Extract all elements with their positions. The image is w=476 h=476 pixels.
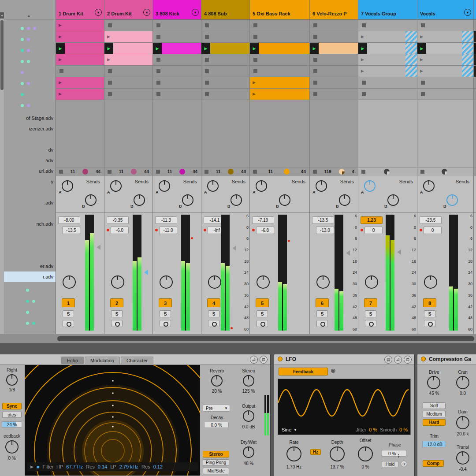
clip-slot[interactable]: ▶ (56, 89, 104, 100)
comp-medium-button[interactable]: Medium (423, 411, 446, 417)
send-a-knob[interactable] (159, 180, 170, 192)
lfo-rate-value[interactable]: 1.70 Hz (280, 465, 308, 469)
clip-slot[interactable] (250, 66, 309, 77)
clip-slot[interactable] (358, 89, 417, 100)
send-b-knob[interactable] (446, 194, 458, 206)
lfo-depth-value[interactable]: 13.7 % (324, 465, 351, 469)
gain-value[interactable]: -13.0 (316, 227, 334, 234)
browser-file-item[interactable]: y (4, 176, 56, 187)
send-b-knob[interactable] (182, 194, 193, 206)
comp-damp-value[interactable]: 20.0 k (450, 431, 476, 436)
clip-slot[interactable]: ▶ (56, 20, 104, 31)
clip-slot[interactable]: ▶ (417, 66, 473, 77)
echo-decay-value[interactable]: 0.0 % (204, 422, 229, 428)
track-header[interactable]: 7 Vocals Group (358, 0, 417, 20)
clip-slot[interactable] (417, 20, 473, 31)
browser-file-item[interactable]: r.adv (4, 271, 56, 282)
browser-file-item[interactable]: adv (4, 155, 56, 166)
send-b-knob[interactable] (85, 194, 97, 206)
browser-file-item[interactable]: of Stage.adv (4, 113, 56, 123)
clip-slot[interactable] (153, 54, 201, 66)
solo-button[interactable]: S (111, 310, 123, 317)
filter-display-icon[interactable]: ■ (37, 464, 40, 469)
echo-drywet-value[interactable]: 48 % (235, 461, 262, 466)
save-preset-icon[interactable]: ⊡ (260, 356, 268, 364)
arm-button[interactable] (208, 320, 219, 327)
clip-slot[interactable] (201, 89, 249, 100)
clip-slot[interactable]: ▶ (474, 31, 476, 43)
clip-slot[interactable] (474, 20, 476, 31)
comp-soft-button[interactable]: Soft (423, 402, 446, 409)
track-activator-button[interactable]: 8 (423, 298, 436, 307)
arm-button[interactable] (160, 320, 171, 327)
gain-value[interactable]: -13.5 (62, 227, 80, 234)
send-a-knob[interactable] (423, 180, 435, 192)
volume-slider-handle[interactable] (230, 245, 236, 251)
browser-file-item[interactable]: .adv (4, 197, 56, 208)
clip-slot[interactable] (310, 89, 358, 100)
browser-file-item[interactable] (4, 250, 56, 261)
browser-sort-header[interactable]: ▲ (4, 12, 56, 20)
volume-value[interactable]: -7.19 (252, 216, 274, 224)
scroll-up-icon[interactable]: ▲ (0, 12, 4, 19)
comp-comp-button[interactable]: Comp (423, 460, 444, 467)
stepper-icons[interactable]: ▲▼ (397, 453, 400, 458)
clip-slot[interactable] (104, 77, 152, 89)
lfo-jitter-value[interactable]: 0 % (369, 427, 377, 432)
echo-reverb-value[interactable]: 20 % (201, 389, 232, 394)
solo-button[interactable]: S (160, 310, 171, 317)
gain-value[interactable]: 0 (424, 227, 442, 234)
lfo-smooth-value[interactable]: 0 % (399, 427, 408, 432)
lfo-mapped-parameter-button[interactable]: Feedback (279, 368, 328, 376)
solo-button[interactable]: S (208, 310, 219, 317)
track-activator-button[interactable]: 3 (159, 298, 172, 307)
clip-slot[interactable]: ▶ (358, 43, 417, 54)
track-header[interactable]: 5 Oxi Bass Rack (250, 0, 309, 20)
browser-file-item[interactable]: izerizer.adv (4, 123, 56, 134)
gain-value[interactable]: -6.8 (256, 227, 274, 234)
clip-slot[interactable]: ▶ (56, 31, 104, 43)
clip-slot[interactable] (153, 89, 201, 100)
lfo-titlebar[interactable]: LFO ▤ ⇄ ⊡ (274, 354, 414, 364)
clip-slot[interactable]: ▶ (310, 43, 358, 54)
send-a-knob[interactable] (316, 180, 327, 192)
browser-file-item[interactable]: nch.adv (4, 219, 56, 229)
volume-slider-handle[interactable] (94, 245, 100, 250)
clip-slot[interactable]: ▶ (56, 77, 104, 89)
show-panel-icon[interactable]: ▤ (384, 356, 392, 364)
clip-slot[interactable]: ▶ (474, 43, 476, 54)
echo-sync-mode-button[interactable]: otes (2, 412, 22, 418)
browser-file-item[interactable] (4, 134, 56, 145)
clip-slot[interactable]: ▶ (358, 31, 417, 43)
track-activator-button[interactable]: 4 (207, 298, 220, 307)
browser-scrollbar[interactable]: ▲ (0, 12, 4, 334)
hot-swap-icon[interactable]: ⇄ (250, 356, 258, 364)
lfo-offset-value[interactable]: 0 % (352, 465, 379, 469)
send-b-knob[interactable] (134, 194, 145, 206)
clip-stop-all-icon[interactable] (108, 170, 112, 174)
track-dropdown-icon[interactable]: ▾ (95, 9, 102, 16)
lfo-hz-mode-button[interactable]: Hz (310, 449, 321, 455)
clip-slot[interactable]: ▶ (56, 43, 104, 54)
clip-slot[interactable] (201, 54, 249, 66)
pan-knob[interactable] (63, 275, 76, 289)
clip-slot[interactable] (153, 66, 201, 77)
browser-scrollbar-handle[interactable] (0, 20, 4, 90)
clip-slot[interactable]: ▶ (104, 54, 152, 66)
comp-damp-knob[interactable] (456, 416, 469, 429)
browser-file-item[interactable] (4, 229, 56, 240)
device-on-led[interactable] (278, 357, 283, 361)
track-header[interactable]: 9 V (474, 0, 476, 20)
send-a-knob[interactable] (364, 180, 376, 192)
echo-titlebar[interactable]: Echo Modulation Character ⇄ ⊡ (0, 354, 270, 364)
echo-offset-value[interactable]: 24 % (2, 421, 22, 428)
clip-slot[interactable]: ▶ (417, 31, 473, 43)
echo-stereo-knob[interactable] (243, 375, 254, 387)
pan-knob[interactable] (111, 275, 124, 289)
unmap-icon[interactable]: ⊗ (331, 367, 336, 374)
clip-slot[interactable] (250, 20, 309, 31)
echo-sync-button[interactable]: Sync (2, 403, 22, 409)
lfo-retrigger-button[interactable]: R (401, 461, 407, 467)
track-activator-button[interactable]: 6 (316, 298, 329, 307)
clip-stop-all-icon[interactable] (59, 170, 63, 174)
